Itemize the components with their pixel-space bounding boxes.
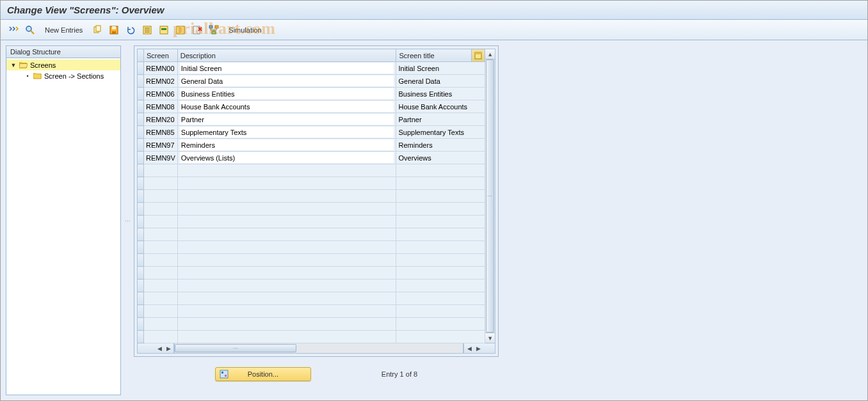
row-selector[interactable]: [138, 228, 144, 241]
row-selector[interactable]: [138, 139, 144, 152]
find-icon[interactable]: [22, 23, 38, 37]
cell-description[interactable]: [177, 75, 396, 88]
table-row[interactable]: REMN85Supplementary Texts: [138, 126, 485, 139]
cell-description[interactable]: [177, 267, 396, 279]
vertical-splitter[interactable]: ⋮: [126, 45, 129, 395]
cell-description[interactable]: [177, 139, 396, 152]
cell-description[interactable]: [177, 279, 396, 292]
table-row[interactable]: REMN20Partner: [138, 113, 485, 126]
cell-description[interactable]: [177, 254, 396, 267]
table-row[interactable]: REMN08House Bank Accounts: [138, 100, 485, 113]
cell-description[interactable]: [177, 100, 396, 113]
row-selector[interactable]: [138, 203, 144, 216]
vertical-scrollbar[interactable]: ▲ ▼: [485, 49, 495, 343]
table-row-empty[interactable]: [138, 305, 485, 318]
cell-description[interactable]: [177, 126, 396, 139]
table-row-empty[interactable]: [138, 279, 485, 292]
table-settings-icon[interactable]: [472, 49, 485, 62]
scroll-left2-icon[interactable]: ◀: [465, 345, 473, 352]
description-input[interactable]: [180, 152, 394, 163]
description-input[interactable]: [180, 127, 394, 138]
cell-description[interactable]: [177, 62, 396, 75]
toggle-icon[interactable]: [6, 23, 21, 37]
undo-icon[interactable]: [123, 23, 138, 37]
description-input[interactable]: [180, 75, 394, 86]
row-selector[interactable]: [138, 62, 144, 75]
row-selector[interactable]: [138, 152, 144, 164]
scroll-right2-icon[interactable]: ▶: [474, 345, 482, 352]
row-selector[interactable]: [138, 254, 144, 267]
description-input[interactable]: [180, 139, 394, 150]
copy-icon[interactable]: [90, 23, 105, 37]
delete-icon[interactable]: [189, 23, 205, 37]
row-selector[interactable]: [138, 305, 144, 318]
row-selector[interactable]: [138, 126, 144, 139]
row-selector[interactable]: [138, 267, 144, 279]
row-selector[interactable]: [138, 241, 144, 254]
table-row-empty[interactable]: [138, 216, 485, 228]
cell-description[interactable]: [177, 292, 396, 305]
tree-item-screens[interactable]: ▼ Screens: [6, 59, 120, 70]
row-selector[interactable]: [138, 292, 144, 305]
cell-description[interactable]: [177, 318, 396, 331]
table-row-empty[interactable]: [138, 331, 485, 343]
row-selector[interactable]: [138, 216, 144, 228]
scroll-down-icon[interactable]: ▼: [485, 333, 495, 343]
col-header-screen-title[interactable]: Screen title: [396, 49, 472, 62]
table-row-empty[interactable]: [138, 190, 485, 203]
table-row-empty[interactable]: [138, 292, 485, 305]
tree-icon[interactable]: [206, 23, 221, 37]
description-input[interactable]: [180, 88, 394, 99]
description-input[interactable]: [180, 101, 394, 112]
row-selector[interactable]: [138, 75, 144, 88]
tree-item-screen-sections[interactable]: • Screen -> Sections: [6, 70, 120, 81]
cell-description[interactable]: [177, 164, 396, 177]
table-row[interactable]: REMN97Reminders: [138, 139, 485, 152]
table-row[interactable]: REMN9VOverviews: [138, 152, 485, 164]
table-row-empty[interactable]: [138, 241, 485, 254]
row-selector[interactable]: [138, 318, 144, 331]
table-row-empty[interactable]: [138, 164, 485, 177]
cell-description[interactable]: [177, 216, 396, 228]
row-selector[interactable]: [138, 279, 144, 292]
cell-description[interactable]: [177, 113, 396, 126]
col-header-screen[interactable]: Screen: [143, 49, 177, 62]
table-row-empty[interactable]: [138, 177, 485, 190]
cell-description[interactable]: [177, 177, 396, 190]
select-block-icon[interactable]: [156, 23, 172, 37]
horizontal-scrollbar[interactable]: ◀ ▶ ◀ ▶: [137, 343, 495, 354]
new-entries-button[interactable]: New Entries: [39, 23, 88, 37]
row-selector[interactable]: [138, 190, 144, 203]
col-header-description[interactable]: Description: [177, 49, 396, 62]
simulation-button[interactable]: Simulation: [223, 23, 267, 37]
cell-description[interactable]: [177, 88, 396, 100]
table-row-empty[interactable]: [138, 254, 485, 267]
table-row-empty[interactable]: [138, 267, 485, 279]
row-selector[interactable]: [138, 100, 144, 113]
hscroll-thumb[interactable]: [175, 344, 296, 352]
table-row-empty[interactable]: [138, 203, 485, 216]
cell-description[interactable]: [177, 203, 396, 216]
description-input[interactable]: [180, 114, 394, 125]
row-selector[interactable]: [138, 331, 144, 343]
scroll-right-icon[interactable]: ▶: [165, 345, 172, 352]
table-row-empty[interactable]: [138, 318, 485, 331]
row-selector[interactable]: [138, 88, 144, 100]
position-button[interactable]: Position...: [215, 367, 311, 381]
table-row-empty[interactable]: [138, 228, 485, 241]
cell-description[interactable]: [177, 331, 396, 343]
description-input[interactable]: [180, 63, 394, 74]
cell-description[interactable]: [177, 152, 396, 164]
table-row[interactable]: REMN02General Data: [138, 75, 485, 88]
table-row[interactable]: REMN06Business Entities: [138, 88, 485, 100]
row-selector[interactable]: [138, 113, 144, 126]
row-selector[interactable]: [138, 164, 144, 177]
scroll-thumb[interactable]: [486, 59, 494, 333]
save-icon[interactable]: [106, 23, 122, 37]
deselect-icon[interactable]: [173, 23, 188, 37]
scroll-up-icon[interactable]: ▲: [485, 49, 495, 59]
select-all-icon[interactable]: [140, 23, 155, 37]
expand-arrow-icon[interactable]: ▼: [10, 62, 17, 68]
scroll-left-icon[interactable]: ◀: [156, 345, 163, 352]
table-row[interactable]: REMN00Initial Screen: [138, 62, 485, 75]
